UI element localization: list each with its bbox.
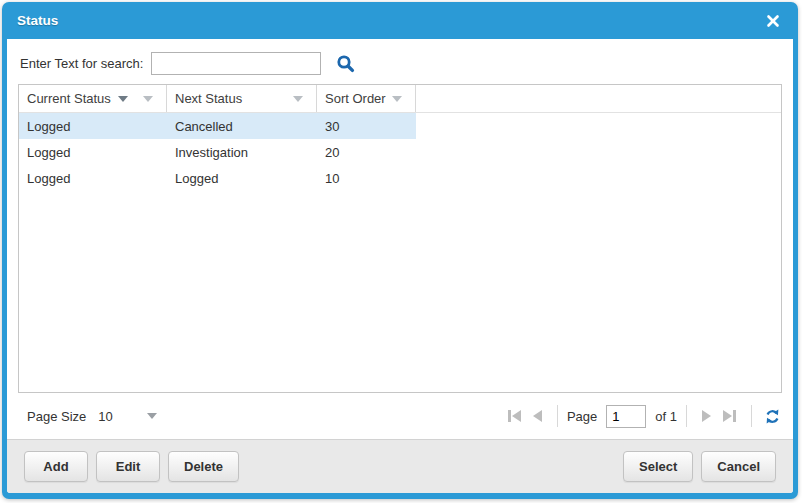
- prev-page-button[interactable]: [527, 406, 548, 426]
- search-button[interactable]: [336, 54, 355, 73]
- column-header-sort-order[interactable]: Sort Order: [317, 85, 416, 112]
- status-grid: Current Status Next Status Sort Order: [18, 84, 782, 393]
- page-size-label: Page Size: [27, 409, 86, 424]
- add-button[interactable]: Add: [24, 451, 88, 482]
- first-page-icon: [508, 410, 511, 422]
- search-icon: [336, 54, 355, 73]
- page-label: Page: [567, 409, 597, 424]
- status-dialog: Status Enter Text for search:: [2, 2, 798, 499]
- divider: [686, 405, 687, 427]
- table-row[interactable]: Logged Investigation 20: [19, 139, 416, 165]
- cell-sort-order: 20: [317, 145, 416, 160]
- delete-button[interactable]: Delete: [168, 451, 239, 482]
- column-label: Current Status: [27, 91, 111, 106]
- column-label: Next Status: [175, 91, 242, 106]
- next-page-button[interactable]: [696, 406, 717, 426]
- page-of-label: of 1: [655, 409, 677, 424]
- pager-controls: Page of 1: [502, 405, 781, 428]
- table-row[interactable]: Logged Logged 10: [19, 165, 416, 191]
- prev-page-icon: [533, 410, 542, 422]
- divider: [751, 405, 752, 427]
- sort-desc-icon: [118, 96, 128, 102]
- search-input[interactable]: [151, 52, 321, 75]
- close-button[interactable]: [763, 11, 783, 31]
- chevron-down-icon: [147, 413, 157, 419]
- search-label: Enter Text for search:: [20, 56, 143, 71]
- cell-current-status: Logged: [19, 171, 167, 186]
- cell-next-status: Investigation: [167, 145, 317, 160]
- cell-sort-order: 10: [317, 171, 416, 186]
- page-size-dropdown[interactable]: Page Size 10: [27, 409, 157, 424]
- close-icon: [766, 14, 780, 28]
- last-page-button[interactable]: [717, 406, 742, 426]
- footer-right-group: Select Cancel: [623, 451, 776, 482]
- last-page-icon: [723, 410, 732, 422]
- cell-current-status: Logged: [19, 145, 167, 160]
- column-header-next-status[interactable]: Next Status: [167, 85, 317, 112]
- dialog-footer: Add Edit Delete Select Cancel: [7, 439, 793, 493]
- filter-icon[interactable]: [293, 96, 303, 102]
- search-row: Enter Text for search:: [7, 39, 793, 84]
- refresh-icon: [764, 408, 781, 425]
- first-page-button[interactable]: [502, 406, 527, 426]
- cell-sort-order: 30: [317, 119, 416, 134]
- column-label: Sort Order: [325, 91, 386, 106]
- column-header-current-status[interactable]: Current Status: [19, 85, 167, 112]
- dialog-titlebar: Status: [2, 2, 798, 39]
- filter-icon[interactable]: [143, 96, 153, 102]
- filter-icon[interactable]: [392, 96, 402, 102]
- cell-next-status: Logged: [167, 171, 317, 186]
- next-page-icon: [702, 410, 711, 422]
- select-button[interactable]: Select: [623, 451, 693, 482]
- dialog-title: Status: [17, 13, 58, 28]
- divider: [557, 405, 558, 427]
- pager-row: Page Size 10 Page of 1: [7, 393, 793, 439]
- edit-button[interactable]: Edit: [96, 451, 160, 482]
- table-row[interactable]: Logged Cancelled 30: [19, 113, 416, 139]
- triangle-left-icon: [512, 410, 521, 422]
- cell-next-status: Cancelled: [167, 119, 317, 134]
- grid-header-row: Current Status Next Status Sort Order: [19, 85, 781, 113]
- page-size-value: 10: [98, 409, 112, 424]
- bar-icon: [733, 410, 736, 422]
- dialog-body: Enter Text for search: Current Status: [7, 39, 793, 493]
- cancel-button[interactable]: Cancel: [701, 451, 776, 482]
- cell-current-status: Logged: [19, 119, 167, 134]
- page-number-input[interactable]: [606, 405, 646, 428]
- refresh-button[interactable]: [764, 408, 781, 425]
